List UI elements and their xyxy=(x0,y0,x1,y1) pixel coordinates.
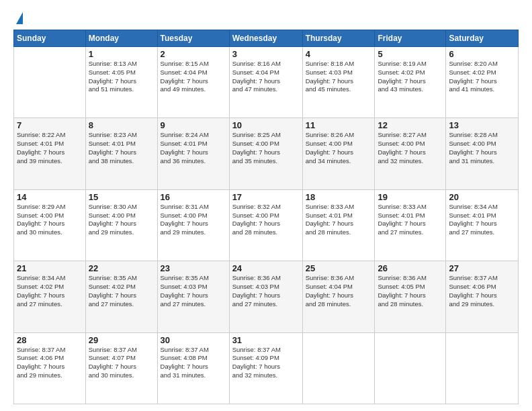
logo xyxy=(13,12,23,24)
day-number: 13 xyxy=(449,120,515,130)
calendar-cell: 16Sunrise: 8:31 AM Sunset: 4:00 PM Dayli… xyxy=(157,189,229,261)
calendar-week-2: 7Sunrise: 8:22 AM Sunset: 4:01 PM Daylig… xyxy=(14,118,519,189)
day-info: Sunrise: 8:37 AM Sunset: 4:09 PM Dayligh… xyxy=(232,346,300,380)
day-info: Sunrise: 8:22 AM Sunset: 4:01 PM Dayligh… xyxy=(17,131,83,165)
day-info: Sunrise: 8:34 AM Sunset: 4:02 PM Dayligh… xyxy=(17,274,83,308)
calendar-cell: 23Sunrise: 8:35 AM Sunset: 4:03 PM Dayli… xyxy=(157,261,229,332)
day-number: 8 xyxy=(89,120,154,130)
day-number: 15 xyxy=(89,192,154,202)
calendar-cell: 7Sunrise: 8:22 AM Sunset: 4:01 PM Daylig… xyxy=(14,118,86,189)
day-info: Sunrise: 8:34 AM Sunset: 4:01 PM Dayligh… xyxy=(449,203,515,237)
calendar-cell xyxy=(375,332,446,404)
day-header-friday: Friday xyxy=(375,30,446,47)
day-number: 19 xyxy=(378,192,443,202)
day-info: Sunrise: 8:36 AM Sunset: 4:05 PM Dayligh… xyxy=(378,274,443,308)
day-number: 1 xyxy=(89,49,154,59)
day-info: Sunrise: 8:37 AM Sunset: 4:08 PM Dayligh… xyxy=(161,346,226,380)
calendar-cell: 21Sunrise: 8:34 AM Sunset: 4:02 PM Dayli… xyxy=(14,261,86,332)
day-info: Sunrise: 8:31 AM Sunset: 4:00 PM Dayligh… xyxy=(161,203,226,237)
calendar-header-row: SundayMondayTuesdayWednesdayThursdayFrid… xyxy=(14,30,519,47)
day-info: Sunrise: 8:23 AM Sunset: 4:01 PM Dayligh… xyxy=(89,131,154,165)
calendar-week-3: 14Sunrise: 8:29 AM Sunset: 4:00 PM Dayli… xyxy=(14,189,519,261)
calendar-cell: 17Sunrise: 8:32 AM Sunset: 4:00 PM Dayli… xyxy=(229,189,302,261)
calendar-cell: 5Sunrise: 8:19 AM Sunset: 4:02 PM Daylig… xyxy=(375,47,446,118)
calendar-cell: 31Sunrise: 8:37 AM Sunset: 4:09 PM Dayli… xyxy=(229,332,302,404)
calendar-cell xyxy=(14,47,86,118)
calendar-cell: 20Sunrise: 8:34 AM Sunset: 4:01 PM Dayli… xyxy=(446,189,519,261)
day-number: 25 xyxy=(306,263,372,273)
day-header-thursday: Thursday xyxy=(302,30,375,47)
calendar-cell: 18Sunrise: 8:33 AM Sunset: 4:01 PM Dayli… xyxy=(302,189,375,261)
calendar-week-4: 21Sunrise: 8:34 AM Sunset: 4:02 PM Dayli… xyxy=(14,261,519,332)
day-number: 11 xyxy=(306,120,372,130)
calendar-cell: 1Sunrise: 8:13 AM Sunset: 4:05 PM Daylig… xyxy=(85,47,157,118)
calendar-cell: 27Sunrise: 8:37 AM Sunset: 4:06 PM Dayli… xyxy=(446,261,519,332)
calendar-cell: 25Sunrise: 8:36 AM Sunset: 4:04 PM Dayli… xyxy=(302,261,375,332)
calendar-cell: 26Sunrise: 8:36 AM Sunset: 4:05 PM Dayli… xyxy=(375,261,446,332)
day-info: Sunrise: 8:36 AM Sunset: 4:04 PM Dayligh… xyxy=(306,274,372,308)
calendar-cell: 6Sunrise: 8:20 AM Sunset: 4:02 PM Daylig… xyxy=(446,47,519,118)
calendar-week-5: 28Sunrise: 8:37 AM Sunset: 4:06 PM Dayli… xyxy=(14,332,519,404)
day-number: 3 xyxy=(232,49,300,59)
day-info: Sunrise: 8:35 AM Sunset: 4:03 PM Dayligh… xyxy=(161,274,226,308)
calendar-cell: 19Sunrise: 8:33 AM Sunset: 4:01 PM Dayli… xyxy=(375,189,446,261)
day-info: Sunrise: 8:35 AM Sunset: 4:02 PM Dayligh… xyxy=(89,274,154,308)
day-number: 21 xyxy=(17,263,83,273)
calendar-cell: 22Sunrise: 8:35 AM Sunset: 4:02 PM Dayli… xyxy=(85,261,157,332)
calendar-cell: 13Sunrise: 8:28 AM Sunset: 4:00 PM Dayli… xyxy=(446,118,519,189)
day-info: Sunrise: 8:27 AM Sunset: 4:00 PM Dayligh… xyxy=(378,131,443,165)
day-info: Sunrise: 8:29 AM Sunset: 4:00 PM Dayligh… xyxy=(17,203,83,237)
day-info: Sunrise: 8:19 AM Sunset: 4:02 PM Dayligh… xyxy=(378,60,443,94)
header xyxy=(13,12,519,24)
calendar-cell: 8Sunrise: 8:23 AM Sunset: 4:01 PM Daylig… xyxy=(85,118,157,189)
day-number: 31 xyxy=(232,335,300,345)
day-number: 17 xyxy=(232,192,300,202)
day-info: Sunrise: 8:33 AM Sunset: 4:01 PM Dayligh… xyxy=(378,203,443,237)
day-number: 26 xyxy=(378,263,443,273)
day-number: 5 xyxy=(378,49,443,59)
day-info: Sunrise: 8:13 AM Sunset: 4:05 PM Dayligh… xyxy=(89,60,154,94)
day-number: 6 xyxy=(449,49,515,59)
day-number: 29 xyxy=(89,335,154,345)
day-number: 4 xyxy=(306,49,372,59)
calendar-cell: 24Sunrise: 8:36 AM Sunset: 4:03 PM Dayli… xyxy=(229,261,302,332)
calendar-cell xyxy=(302,332,375,404)
day-number: 30 xyxy=(161,335,226,345)
day-header-monday: Monday xyxy=(85,30,157,47)
day-info: Sunrise: 8:26 AM Sunset: 4:00 PM Dayligh… xyxy=(306,131,372,165)
calendar-body: 1Sunrise: 8:13 AM Sunset: 4:05 PM Daylig… xyxy=(14,47,519,404)
day-number: 10 xyxy=(232,120,300,130)
day-info: Sunrise: 8:33 AM Sunset: 4:01 PM Dayligh… xyxy=(306,203,372,237)
logo-icon xyxy=(16,12,23,24)
calendar-table: SundayMondayTuesdayWednesdayThursdayFrid… xyxy=(13,30,519,404)
day-number: 2 xyxy=(161,49,226,59)
calendar-cell: 28Sunrise: 8:37 AM Sunset: 4:06 PM Dayli… xyxy=(14,332,86,404)
day-number: 14 xyxy=(17,192,83,202)
day-number: 23 xyxy=(161,263,226,273)
day-info: Sunrise: 8:15 AM Sunset: 4:04 PM Dayligh… xyxy=(161,60,226,94)
day-info: Sunrise: 8:28 AM Sunset: 4:00 PM Dayligh… xyxy=(449,131,515,165)
calendar-cell: 11Sunrise: 8:26 AM Sunset: 4:00 PM Dayli… xyxy=(302,118,375,189)
day-number: 20 xyxy=(449,192,515,202)
calendar-cell: 15Sunrise: 8:30 AM Sunset: 4:00 PM Dayli… xyxy=(85,189,157,261)
day-number: 18 xyxy=(306,192,372,202)
day-info: Sunrise: 8:30 AM Sunset: 4:00 PM Dayligh… xyxy=(89,203,154,237)
day-number: 16 xyxy=(161,192,226,202)
day-info: Sunrise: 8:25 AM Sunset: 4:00 PM Dayligh… xyxy=(232,131,300,165)
calendar-cell: 2Sunrise: 8:15 AM Sunset: 4:04 PM Daylig… xyxy=(157,47,229,118)
calendar-week-1: 1Sunrise: 8:13 AM Sunset: 4:05 PM Daylig… xyxy=(14,47,519,118)
day-number: 12 xyxy=(378,120,443,130)
day-info: Sunrise: 8:32 AM Sunset: 4:00 PM Dayligh… xyxy=(232,203,300,237)
calendar-cell: 10Sunrise: 8:25 AM Sunset: 4:00 PM Dayli… xyxy=(229,118,302,189)
day-number: 28 xyxy=(17,335,83,345)
page: SundayMondayTuesdayWednesdayThursdayFrid… xyxy=(0,0,532,411)
day-info: Sunrise: 8:37 AM Sunset: 4:06 PM Dayligh… xyxy=(449,274,515,308)
day-header-saturday: Saturday xyxy=(446,30,519,47)
calendar-cell: 12Sunrise: 8:27 AM Sunset: 4:00 PM Dayli… xyxy=(375,118,446,189)
day-info: Sunrise: 8:18 AM Sunset: 4:03 PM Dayligh… xyxy=(306,60,372,94)
calendar-cell: 3Sunrise: 8:16 AM Sunset: 4:04 PM Daylig… xyxy=(229,47,302,118)
day-info: Sunrise: 8:20 AM Sunset: 4:02 PM Dayligh… xyxy=(449,60,515,94)
calendar-cell: 30Sunrise: 8:37 AM Sunset: 4:08 PM Dayli… xyxy=(157,332,229,404)
day-header-wednesday: Wednesday xyxy=(229,30,302,47)
calendar-cell: 14Sunrise: 8:29 AM Sunset: 4:00 PM Dayli… xyxy=(14,189,86,261)
